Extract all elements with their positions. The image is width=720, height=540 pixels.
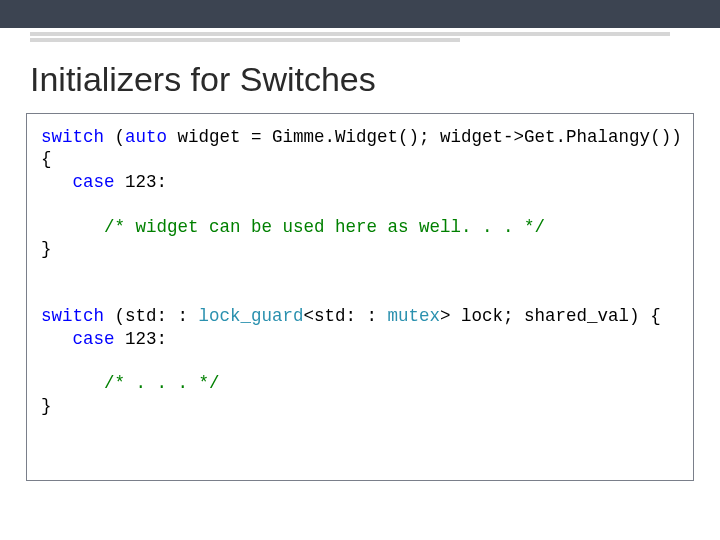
- code-text: 123:: [115, 172, 168, 192]
- divider-rule-1: [30, 32, 670, 36]
- code-text: }: [41, 396, 52, 416]
- code-text: {: [41, 149, 52, 169]
- type-mutex: mutex: [388, 306, 441, 326]
- code-block: switch (auto widget = Gimme.Widget(); wi…: [26, 113, 694, 481]
- code-indent: [41, 373, 104, 393]
- kw-auto: auto: [125, 127, 167, 147]
- kw-case-1: case: [73, 172, 115, 192]
- slide: Initializers for Switches switch (auto w…: [0, 0, 720, 540]
- code-text: widget = Gimme.Widget(); widget->Get.Pha…: [167, 127, 682, 147]
- kw-case-2: case: [73, 329, 115, 349]
- kw-switch-2: switch: [41, 306, 104, 326]
- code-text: 123:: [115, 329, 168, 349]
- code-indent: [41, 329, 73, 349]
- code-text: (: [104, 127, 125, 147]
- code-text: (std: :: [104, 306, 199, 326]
- type-lock-guard: lock_guard: [199, 306, 304, 326]
- code-indent: [41, 172, 73, 192]
- code-indent: [41, 217, 104, 237]
- slide-title: Initializers for Switches: [30, 60, 720, 99]
- code-text: <std: :: [304, 306, 388, 326]
- comment-1: /* widget can be used here as well. . . …: [104, 217, 545, 237]
- code-text: }: [41, 239, 52, 259]
- code-text: > lock; shared_val) {: [440, 306, 661, 326]
- header-bar: [0, 0, 720, 28]
- comment-2: /* . . . */: [104, 373, 220, 393]
- divider-rule-2: [30, 38, 460, 42]
- kw-switch-1: switch: [41, 127, 104, 147]
